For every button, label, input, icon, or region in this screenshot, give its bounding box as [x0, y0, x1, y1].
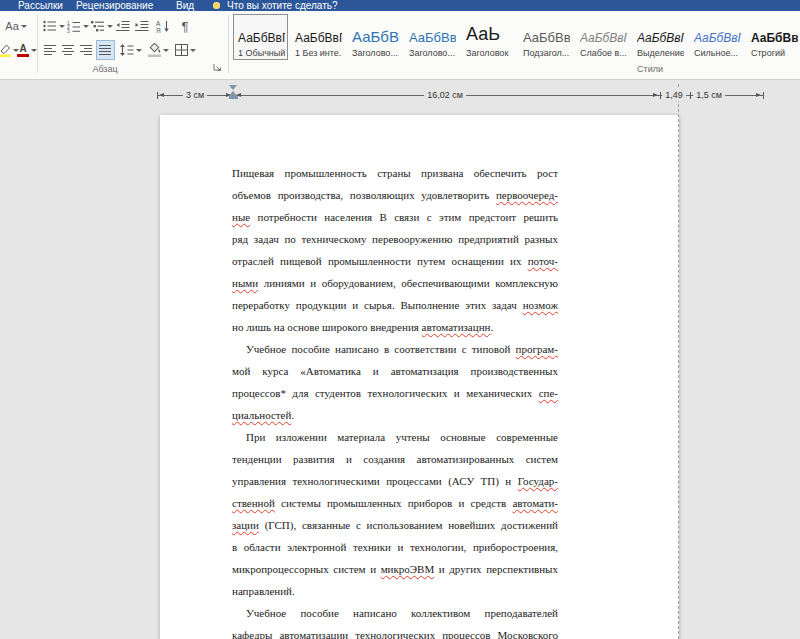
style-sample: АаБбВвГг	[637, 17, 684, 45]
tab-view[interactable]: Вид	[176, 0, 194, 11]
text-run: и других перспективных	[434, 563, 558, 575]
text-run: линиями и оборудованием, обеспечивающими…	[258, 277, 558, 289]
align-left-icon	[44, 44, 57, 56]
multilevel-list-button[interactable]	[90, 16, 113, 36]
text-line: микропроцессорных систем и микроЭВМ и др…	[232, 558, 558, 580]
justify-button[interactable]	[96, 40, 115, 60]
arrow-right-icon	[653, 93, 658, 97]
font-color-icon: А	[17, 44, 29, 57]
chevron-down-icon	[136, 49, 142, 52]
text-line: направлений.	[232, 580, 558, 602]
text-highlight-button[interactable]	[0, 40, 18, 60]
change-case-button[interactable]: Аа	[2, 16, 30, 36]
bullet-list-icon	[43, 20, 57, 32]
shading-button[interactable]	[146, 40, 170, 60]
indent-marker[interactable]	[229, 85, 238, 99]
text-line: переработку продукции и сырья. Выполнени…	[232, 294, 558, 316]
misspelled-word: поточ-	[528, 255, 558, 267]
highlighter-icon	[0, 43, 11, 57]
text-run: (ГСП), связанные с использованием новейш…	[259, 519, 558, 531]
text-run: Учебное пособие написано в соответствии …	[246, 343, 516, 355]
style-label: Выделение	[637, 48, 684, 59]
text-run: потребности населения В связи с этим пре…	[250, 211, 558, 223]
tab-review[interactable]: Рецензирование	[76, 0, 153, 11]
text-line: но лишь на основе широкого внедрения авт…	[232, 316, 558, 338]
text-line: управления технологическими процессами (…	[232, 470, 558, 492]
style-card-9[interactable]: АаБбВвГгСильное...	[689, 14, 744, 60]
chevron-down-icon	[21, 25, 27, 28]
style-card-6[interactable]: АаБбВвГПодзагол...	[518, 14, 573, 60]
arrow-right-icon	[756, 93, 761, 97]
text-run: .	[291, 409, 294, 421]
font-color-button[interactable]: А	[18, 40, 36, 60]
bullet-list-button[interactable]	[42, 16, 65, 36]
line-spacing-icon	[120, 44, 134, 56]
text-run: направлений.	[232, 585, 295, 597]
style-card-8[interactable]: АаБбВвГгВыделение	[632, 14, 687, 60]
style-label: 1 Без инте...	[295, 48, 342, 59]
style-label: Сильное...	[694, 48, 741, 59]
text-line: в области электронной техники и технолог…	[232, 536, 558, 558]
style-card-4[interactable]: АаБбВвГЗаголово...	[404, 14, 459, 60]
styles-group-label: Стили	[570, 63, 730, 75]
style-card-3[interactable]: АаБбВвЗаголово...	[347, 14, 402, 60]
ruler-tick	[660, 92, 661, 99]
text-line: зации (ГСП), связанные с использованием …	[232, 514, 558, 536]
document-page[interactable]: Пищевая промышленность страны призвана о…	[160, 115, 679, 639]
chevron-down-icon	[83, 25, 89, 28]
text-line: Учебное пособие написано в соответствии …	[232, 338, 558, 360]
misspelled-word: ными	[232, 277, 258, 289]
text-run: кафедры автоматизации технологических пр…	[232, 629, 558, 639]
style-card-5[interactable]: АаЬЗаголовок	[461, 14, 516, 60]
text-line: ные потребности населения В связи с этим…	[232, 206, 558, 228]
tab-mailings[interactable]: Рассылки	[18, 0, 63, 11]
text-run: процессов* для студентов технологических…	[232, 387, 539, 399]
text-run: объемов производства, позволяющих удовле…	[232, 189, 496, 201]
align-left-button[interactable]	[42, 40, 59, 60]
tell-me-box[interactable]: Что вы хотите сделать?	[227, 0, 338, 11]
ruler-tick	[763, 92, 764, 99]
group-separator	[228, 15, 229, 73]
misspelled-word: спе-	[539, 387, 558, 399]
style-card-1[interactable]: АаБбВвГг,1 Обычный	[233, 14, 288, 60]
line-spacing-button[interactable]	[119, 40, 143, 60]
align-center-button[interactable]	[60, 40, 77, 60]
text-run: ряд задач по техническому перевооружению…	[232, 233, 558, 245]
misspelled-word: микроЭВМ	[381, 563, 435, 575]
document-text[interactable]: Пищевая промышленность страны призвана о…	[232, 162, 558, 639]
chevron-down-icon	[59, 25, 65, 28]
misspelled-word: нозмож	[523, 299, 558, 311]
style-sample: АаБбВвГг,	[295, 17, 342, 45]
sort-button[interactable]: А Я	[154, 16, 172, 36]
numbered-list-icon: 1 2 3	[67, 20, 81, 33]
numbered-list-button[interactable]: 1 2 3	[66, 16, 89, 36]
text-run: Учебное пособие написано коллективом пре…	[246, 607, 558, 619]
text-run: в области электронной техники и технолог…	[232, 541, 558, 553]
text-line: Учебное пособие написано коллективом пре…	[232, 602, 558, 624]
text-run: отраслей пищевой промышленности путем ос…	[232, 255, 528, 267]
left-margin-measure: 3 см	[183, 89, 207, 101]
style-card-2[interactable]: АаБбВвГг,1 Без инте...	[290, 14, 345, 60]
text-width-measure: 16,02 см	[424, 89, 466, 101]
show-formatting-marks-button[interactable]: ¶	[176, 16, 194, 36]
text-line: Пищевая промышленность страны призвана о…	[232, 162, 558, 184]
increase-indent-button[interactable]	[133, 16, 151, 36]
ruler-tick	[690, 92, 691, 99]
style-card-7[interactable]: АаБбВвГгСлабое в...	[575, 14, 630, 60]
align-right-button[interactable]	[78, 40, 95, 60]
decrease-indent-button[interactable]	[114, 16, 132, 36]
text-run: При изложении материала учтены основные …	[246, 431, 558, 443]
misspelled-word: автоматизацнн	[422, 321, 491, 333]
paragraph-dialog-launcher[interactable]	[213, 63, 222, 72]
style-sample: АаБбВвГг	[580, 17, 627, 45]
style-label: 1 Обычный	[238, 48, 285, 59]
text-line: объемов производства, позволяющих удовле…	[232, 184, 558, 206]
style-card-10[interactable]: АаБбВвГг,Строгий	[746, 14, 800, 60]
svg-text:Я: Я	[156, 27, 161, 33]
misspelled-word: циальностей	[232, 409, 291, 421]
misspelled-word: ственной	[232, 497, 275, 509]
text-line: мой курса «Автоматика и автоматизация пр…	[232, 360, 558, 382]
text-run: тенденции развития и создания автоматизи…	[232, 453, 558, 465]
style-sample: АаБбВвГ	[523, 17, 570, 45]
borders-button[interactable]	[173, 40, 197, 60]
